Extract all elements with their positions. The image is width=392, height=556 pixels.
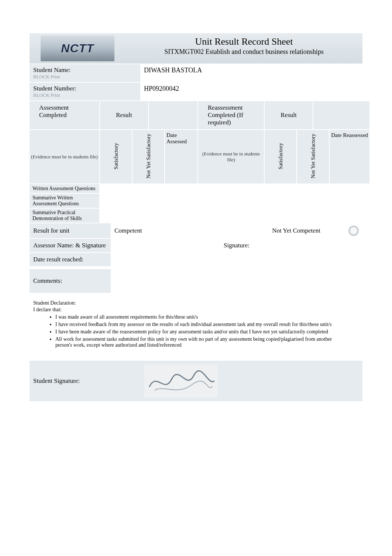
date-result-row: Date result reached: <box>30 253 362 267</box>
cell-date-reassessed-3[interactable] <box>329 208 370 223</box>
title-cell: Unit Result Record Sheet SITXMGT002 Esta… <box>125 33 362 64</box>
assessor-signature-cell[interactable]: Signature: <box>111 239 362 252</box>
student-signature-image[interactable] <box>140 363 221 399</box>
col-not-yet-satisfactory-1: Not Yet Satisfactory <box>132 130 165 184</box>
cell-nys-2[interactable] <box>132 193 165 208</box>
col-result-1: Result <box>100 101 148 130</box>
col-date-assessed: Date Assessed <box>165 130 198 184</box>
cell-nys-3[interactable] <box>132 208 165 223</box>
org-logo: NCTT <box>41 35 114 61</box>
student-number-row: Student Number: BLOCK Print HP09200042 <box>30 83 362 101</box>
logo-cell: NCTT <box>30 33 125 64</box>
signature-icon <box>144 364 218 398</box>
logo-text: NCTT <box>61 42 94 55</box>
col-assessment-completed: Assessment Completed <box>30 101 100 130</box>
col-blank-2 <box>313 101 370 130</box>
date-result-value[interactable] <box>111 253 362 266</box>
assessor-label: Assessor Name: & Signature <box>30 239 111 252</box>
competent-label: Competent <box>114 227 142 234</box>
cell-sat2-2[interactable] <box>264 193 297 208</box>
col-blank-1 <box>148 101 198 130</box>
table-row: Written Assessment Questions <box>30 184 370 193</box>
cell-sat2-1[interactable] <box>264 184 297 193</box>
col-result-2: Result <box>264 101 313 130</box>
comments-row: Comments: <box>30 269 362 294</box>
cell-sat-2[interactable] <box>100 193 132 208</box>
header-row: NCTT Unit Result Record Sheet SITXMGT002… <box>30 33 362 64</box>
assessor-signature-label: Signature: <box>224 242 250 249</box>
cell-date-reassessed-1[interactable] <box>329 184 370 193</box>
cell-date-assessed-2[interactable] <box>165 193 198 208</box>
cell-date-assessed-1[interactable] <box>165 184 198 193</box>
assess-row-label: Summative Written Assessment Questions <box>30 193 100 208</box>
evidence-note-1: (Evidence must be in students file) <box>30 130 100 184</box>
assess-row-label: Summative Practical Demonstration of Ski… <box>30 208 100 223</box>
col-date-reassessed: Date Reassessed <box>329 130 370 184</box>
student-name-label: Student Name: <box>33 66 137 74</box>
not-yet-competent-label: Not Yet Competent <box>272 227 320 234</box>
list-item: I have been made aware of the reassessme… <box>55 329 359 335</box>
cell-reassess-evidence-3[interactable] <box>198 208 264 223</box>
result-for-unit-row: Result for unit Competent Not Yet Compet… <box>30 223 362 239</box>
cell-nys-1[interactable] <box>132 184 165 193</box>
page-title: Unit Result Record Sheet <box>129 36 359 47</box>
result-options: Competent Not Yet Competent <box>111 223 362 238</box>
assessor-row: Assessor Name: & Signature Signature: <box>30 239 362 253</box>
comments-value[interactable] <box>111 269 362 293</box>
cell-nys2-1[interactable] <box>297 184 329 193</box>
list-item: All work for assessment tasks submitted … <box>55 336 359 348</box>
student-name-row: Student Name: BLOCK Print DIWASH BASTOLA <box>30 64 362 83</box>
student-signature-row: Student Signature: <box>30 361 362 401</box>
declaration-title: Student Declaration: <box>33 300 359 306</box>
student-number-label: Student Number: <box>33 85 137 92</box>
assess-row-label: Written Assessment Questions <box>30 184 100 193</box>
date-result-label: Date result reached: <box>30 253 111 266</box>
col-reassessment-completed: Reassessment Completed (If required) <box>198 101 264 130</box>
block-print-hint: BLOCK Print <box>33 74 137 80</box>
student-number-value[interactable]: HP09200042 <box>140 83 362 100</box>
block-print-hint-2: BLOCK Print <box>33 92 137 98</box>
student-number-label-cell: Student Number: BLOCK Print <box>30 83 140 100</box>
student-signature-label: Student Signature: <box>30 374 140 388</box>
table-row: Summative Practical Demonstration of Ski… <box>30 208 370 223</box>
cell-sat-1[interactable] <box>100 184 132 193</box>
cell-reassess-evidence-1[interactable] <box>198 184 264 193</box>
col-satisfactory-1: Satisfactory <box>100 130 132 184</box>
cell-date-assessed-3[interactable] <box>165 208 198 223</box>
col-satisfactory-2: Satisfactory <box>264 130 297 184</box>
evidence-note-2: (Evidence must be in students file) <box>198 130 264 184</box>
cell-sat-3[interactable] <box>100 208 132 223</box>
list-item: I was made aware of all assessment requi… <box>55 314 359 320</box>
student-declaration: Student Declaration: I declare that: I w… <box>30 294 362 353</box>
cell-reassess-evidence-2[interactable] <box>198 193 264 208</box>
table-row: Summative Written Assessment Questions <box>30 193 370 208</box>
cell-nys2-2[interactable] <box>297 193 329 208</box>
record-sheet: NCTT Unit Result Record Sheet SITXMGT002… <box>30 33 362 401</box>
comments-label: Comments: <box>30 269 111 293</box>
cell-sat2-3[interactable] <box>264 208 297 223</box>
student-name-value[interactable]: DIWASH BASTOLA <box>140 64 362 82</box>
declaration-intro: I declare that: <box>33 307 359 313</box>
declaration-list: I was made aware of all assessment requi… <box>33 314 359 348</box>
cell-nys2-3[interactable] <box>297 208 329 223</box>
student-name-label-cell: Student Name: BLOCK Print <box>30 64 140 82</box>
competency-radio-icon[interactable] <box>348 226 359 236</box>
result-for-unit-label: Result for unit <box>30 223 111 238</box>
cell-date-reassessed-2[interactable] <box>329 193 370 208</box>
assessment-table: Assessment Completed Result Reassessment… <box>30 101 370 223</box>
list-item: I have received feedback from my assesso… <box>55 322 359 327</box>
unit-title: SITXMGT002 Establish and conduct busines… <box>129 48 359 56</box>
col-not-yet-satisfactory-2: Not Yet Satisfactory <box>297 130 329 184</box>
